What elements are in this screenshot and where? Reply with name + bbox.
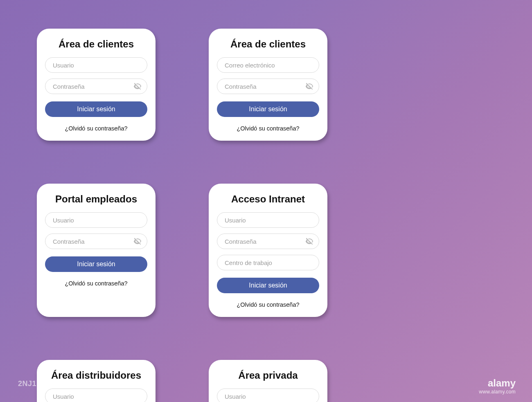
- card-title: Portal empleados: [55, 193, 137, 205]
- text-input[interactable]: [45, 57, 147, 73]
- login-button[interactable]: Iniciar sesión: [217, 101, 319, 117]
- login-cards-grid: Área de clientesIniciar sesión¿Olvidó su…: [37, 29, 495, 402]
- watermark-id: 2NJ1Y8X: [18, 380, 51, 388]
- watermark-url: www.alamy.com: [479, 389, 516, 395]
- field-wrapper: [217, 79, 319, 94]
- card-title: Área distribuidores: [51, 370, 141, 381]
- eye-off-icon[interactable]: [133, 237, 142, 245]
- password-input[interactable]: [45, 234, 147, 249]
- eye-off-icon[interactable]: [305, 237, 313, 245]
- login-button[interactable]: Iniciar sesión: [217, 278, 319, 293]
- text-input[interactable]: [217, 389, 319, 402]
- text-input[interactable]: [217, 57, 319, 73]
- field-wrapper: [45, 57, 147, 73]
- password-input[interactable]: [45, 79, 147, 94]
- field-wrapper: [45, 234, 147, 249]
- card-title: Área de clientes: [59, 38, 134, 50]
- card-title: Área privada: [238, 370, 298, 381]
- card-title: Acceso Intranet: [231, 193, 305, 205]
- field-wrapper: [45, 389, 147, 402]
- field-wrapper: [217, 234, 319, 249]
- field-wrapper: [45, 79, 147, 94]
- forgot-password-link[interactable]: ¿Olvidó su contraseña?: [65, 280, 127, 287]
- login-card: Área de clientesIniciar sesión¿Olvidó su…: [37, 29, 156, 141]
- field-wrapper: [217, 57, 319, 73]
- password-input[interactable]: [217, 234, 319, 249]
- login-card: Área distribuidoresIniciar sesión¿Olvidó…: [37, 360, 156, 402]
- password-input[interactable]: [217, 79, 319, 94]
- forgot-password-link[interactable]: ¿Olvidó su contraseña?: [237, 125, 299, 132]
- forgot-password-link[interactable]: ¿Olvidó su contraseña?: [65, 125, 127, 132]
- eye-off-icon[interactable]: [133, 82, 142, 90]
- login-button[interactable]: Iniciar sesión: [45, 101, 147, 117]
- field-wrapper: [217, 389, 319, 402]
- watermark-brand: alamy: [479, 377, 516, 389]
- forgot-password-link[interactable]: ¿Olvidó su contraseña?: [237, 301, 299, 308]
- eye-off-icon[interactable]: [305, 82, 313, 90]
- field-wrapper: [217, 212, 319, 228]
- text-input[interactable]: [45, 212, 147, 228]
- watermark-brand-block: alamy www.alamy.com: [479, 377, 516, 395]
- field-wrapper: [217, 255, 319, 270]
- text-input[interactable]: [217, 212, 319, 228]
- login-card: Área privadaEntrar¿Olvidó su contraseña?: [209, 360, 327, 402]
- login-card: Área de clientesIniciar sesión¿Olvidó su…: [209, 29, 327, 141]
- login-button[interactable]: Iniciar sesión: [45, 256, 147, 272]
- card-title: Área de clientes: [230, 38, 306, 50]
- text-input[interactable]: [217, 255, 319, 270]
- login-card: Portal empleadosIniciar sesión¿Olvidó su…: [37, 184, 156, 317]
- field-wrapper: [45, 212, 147, 228]
- text-input[interactable]: [45, 389, 147, 402]
- login-card: Acceso IntranetIniciar sesión¿Olvidó su …: [209, 184, 327, 317]
